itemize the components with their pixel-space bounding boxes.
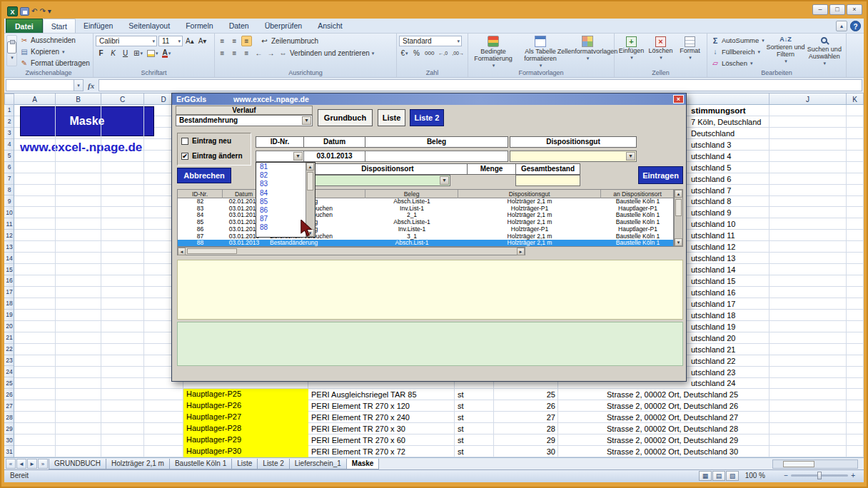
cell-text[interactable]: PERI Ausgleichsriegel TAR 85 [311, 390, 417, 400]
dispositionsort-select[interactable]: ▼ [308, 175, 450, 186]
comma-style-button[interactable]: 000 [423, 48, 435, 59]
eintrag-aendern-checkbox[interactable]: ✔ Eintrag ändern [178, 148, 251, 163]
cell-text[interactable]: utschland 9 [691, 208, 731, 218]
sheet-tab-maske[interactable]: Maske [346, 459, 380, 469]
cell-text[interactable]: Strasse 2, 00002 Ort, Deutschland 29 [607, 435, 738, 446]
website-cell[interactable]: www.excel-.npage.de [20, 141, 142, 155]
dropdown-item[interactable]: 84 [256, 189, 306, 198]
horizontal-scrollbar[interactable] [772, 459, 858, 469]
cell-text[interactable]: st [458, 390, 464, 400]
cell-text[interactable]: Deutschland [691, 128, 735, 139]
sheet-tab-baustelle-k-ln-1[interactable]: Baustelle Köln 1 [169, 459, 232, 469]
scroll-thumb[interactable] [675, 199, 682, 216]
cell-text[interactable]: st [458, 424, 464, 434]
datum-field[interactable]: 03.01.2013 [303, 151, 365, 162]
row-header-14[interactable]: 14 [4, 253, 14, 264]
row-header-15[interactable]: 15 [4, 264, 14, 275]
dropdown-item[interactable]: 82 [256, 171, 306, 180]
row-header-5[interactable]: 5 [4, 151, 14, 162]
chevron-down-icon[interactable]: ▼ [626, 152, 635, 161]
cell-text[interactable]: utschland 11 [691, 230, 735, 241]
scroll-up-icon[interactable]: ▲ [306, 163, 314, 171]
row-header-22[interactable]: 22 [4, 344, 14, 355]
percent-style-button[interactable]: % [411, 48, 422, 59]
cell-text[interactable]: utschland 10 [691, 219, 735, 230]
align-left-button[interactable]: ≡ [217, 48, 228, 59]
cell-text[interactable]: utschland 23 [691, 367, 735, 378]
align-top-button[interactable]: ≡ [217, 36, 228, 46]
tab-seitenlayout[interactable]: Seitenlayout [121, 19, 178, 33]
save-icon[interactable] [20, 7, 29, 16]
cell-text[interactable]: PERI Element TR 270 x 60 [311, 435, 405, 446]
cell-text[interactable]: utschland 8 [691, 196, 731, 207]
sort-filter-button[interactable]: A↓Z Sortieren und Filtern ▾ [766, 35, 804, 69]
cell-text[interactable]: Strasse 2, 00002 Ort, Deutschland 30 [607, 447, 738, 457]
dropdown-item[interactable]: 83 [256, 180, 306, 188]
row-header-3[interactable]: 3 [4, 128, 14, 139]
window-close-button[interactable]: × [847, 4, 862, 15]
align-right-button[interactable]: ≡ [241, 48, 252, 59]
qat-customize-button[interactable]: ▾ [48, 6, 51, 16]
list-row[interactable]: 8503.01.2013BestandänderungAbsch.Liste-1… [178, 219, 674, 226]
cell-text[interactable]: utschland 24 [691, 378, 735, 389]
cell-text[interactable]: 26 [494, 401, 555, 412]
window-minimize-button[interactable]: – [812, 4, 828, 15]
row-header-19[interactable]: 19 [4, 310, 14, 321]
view-button-1[interactable]: ▤ [712, 471, 725, 481]
zoom-slider-thumb[interactable] [817, 472, 822, 479]
minimize-ribbon-button[interactable]: ▴ [836, 21, 847, 31]
chevron-down-icon[interactable]: ▼ [440, 176, 449, 185]
liste-button[interactable]: Liste [378, 109, 405, 126]
underline-button[interactable]: U [120, 48, 131, 59]
sheet-tab-liste-2[interactable]: Liste 2 [257, 459, 289, 469]
maske-cell[interactable]: Maske [20, 106, 154, 136]
cell-text[interactable]: utschland 3 [691, 140, 731, 151]
cell-text[interactable]: utschland 5 [691, 163, 731, 173]
row-header-29[interactable]: 29 [4, 423, 14, 434]
cell-text[interactable]: utschland 4 [691, 151, 731, 162]
fill-button[interactable]: ↓Füllbereich▾ [710, 46, 766, 57]
name-box-dropdown[interactable]: ▾ [74, 79, 84, 91]
cell-text[interactable]: st [458, 401, 464, 412]
row-header-6[interactable]: 6 [4, 162, 14, 173]
row-header-23[interactable]: 23 [4, 355, 14, 367]
row-header-31[interactable]: 31 [4, 446, 14, 457]
dialog-close-button[interactable]: × [673, 95, 684, 103]
align-center-button[interactable]: ≡ [229, 48, 240, 59]
zoom-out-button[interactable]: − [784, 472, 788, 479]
tab-formeln[interactable]: Formeln [178, 19, 221, 33]
row-header-1[interactable]: 1 [4, 105, 14, 116]
fill-color-button[interactable]: ▾ [146, 48, 160, 59]
cell-text[interactable]: utschland 17 [691, 299, 735, 310]
bold-button[interactable]: F [96, 48, 106, 59]
row-header-26[interactable]: 26 [4, 389, 14, 400]
chevron-down-icon[interactable]: ▼ [302, 116, 311, 125]
row-header-17[interactable]: 17 [4, 287, 14, 298]
beleg-field[interactable] [365, 151, 508, 162]
cell-text[interactable]: st [458, 435, 464, 446]
cell-text[interactable]: PERI Element TR 270 x 72 [311, 447, 405, 457]
row-header-10[interactable]: 10 [4, 207, 14, 218]
cell-text[interactable]: 29 [494, 435, 555, 446]
decrease-indent-button[interactable]: ← [253, 48, 264, 59]
column-header-K[interactable]: K [847, 93, 864, 105]
cell-highlight[interactable]: Hauptlager-P29 [183, 434, 308, 446]
cell-text[interactable]: Strasse 2, 00002 Ort, Deutschland 27 [607, 412, 738, 423]
id-select[interactable]: ▼ [256, 151, 304, 162]
cell-text[interactable]: PERI Element TR 270 x 120 [311, 401, 410, 412]
dropdown-item[interactable]: 86 [256, 206, 306, 215]
font-name-select[interactable]: Calibri▾ [96, 36, 157, 46]
cell-text[interactable]: Strasse 2, 00002 Ort, Deutschland 26 [607, 401, 738, 412]
cell-highlight[interactable]: Hauptlager-P25 [183, 389, 308, 400]
help-button[interactable]: ? [850, 21, 861, 31]
cell-text[interactable]: 7 Köln, Deutschland [691, 117, 761, 128]
list-row[interactable]: 8403.01.2013Lieferschein verbuchen2_1Hol… [178, 212, 674, 219]
sheet-tab-liste[interactable]: Liste [231, 459, 258, 469]
increase-decimal-button[interactable]: ←,0 [437, 48, 449, 59]
cell-text[interactable]: utschland 15 [691, 276, 735, 287]
cell-text[interactable]: utschland 13 [691, 253, 735, 264]
row-header-7[interactable]: 7 [4, 173, 14, 185]
scroll-thumb[interactable] [307, 172, 313, 190]
scroll-right-icon[interactable]: ► [517, 248, 525, 255]
scroll-down-icon[interactable]: ▼ [675, 238, 682, 246]
